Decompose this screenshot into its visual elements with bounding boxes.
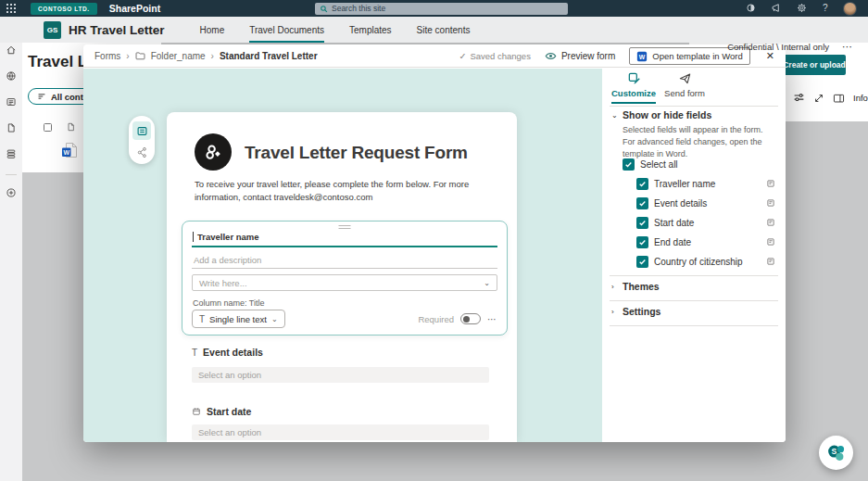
view-filter-icon	[37, 92, 46, 101]
waffle-icon[interactable]	[6, 4, 16, 13]
field-label-underline	[192, 246, 497, 247]
form-logo[interactable]	[195, 133, 232, 171]
tab-customize[interactable]: Customize	[611, 71, 656, 98]
start-date-select[interactable]: Select an option	[192, 424, 489, 440]
editor-tool-pill	[129, 116, 155, 164]
eye-icon	[545, 51, 557, 61]
chevron-down-icon: ⌄	[484, 279, 490, 287]
chevron-right-icon[interactable]: ›	[611, 308, 614, 316]
field-more-icon[interactable]: ⋯	[487, 314, 497, 324]
answer-preview-input[interactable]: Write here... ⌄	[192, 274, 497, 291]
megaphone-icon[interactable]	[771, 3, 781, 13]
header-more-icon[interactable]: ⋯	[842, 41, 853, 53]
site-logo[interactable]: GS	[44, 21, 61, 39]
sensitivity-label[interactable]: Confidential \ Internal only	[727, 42, 829, 52]
breadcrumb: Forms › Folder_name › Standard Travel Le…	[94, 51, 318, 61]
text-type-icon: T	[192, 348, 197, 358]
gear-icon[interactable]	[797, 3, 807, 13]
breadcrumb-separator-icon: ›	[211, 51, 214, 61]
document-icon[interactable]	[6, 122, 17, 133]
edit-column-icon[interactable]	[766, 179, 775, 188]
chevron-down-icon: ⌄	[271, 315, 278, 323]
field-checkbox-country-of-citizenship[interactable]: Country of citizenship	[636, 256, 743, 268]
field-checkbox-traveller-name[interactable]: Traveller name	[636, 178, 715, 190]
field-row-event-details[interactable]: T Event details	[192, 347, 263, 358]
chevron-right-icon[interactable]: ›	[611, 283, 614, 291]
workflow-tool-button[interactable]	[136, 146, 148, 158]
breadcrumb-forms[interactable]: Forms	[94, 51, 120, 61]
field-row-start-date[interactable]: Start date	[192, 406, 251, 417]
select-all-checkbox[interactable]: Select all	[623, 158, 678, 171]
org-button[interactable]: CONTOSO LTD.	[31, 3, 97, 15]
edit-column-icon[interactable]	[766, 257, 775, 266]
field-checkbox-start-date[interactable]: Start date	[636, 217, 694, 229]
add-circle-icon[interactable]	[6, 187, 17, 198]
help-icon[interactable]: ?	[823, 3, 828, 13]
column-name-label: Column name: Title	[193, 298, 265, 308]
app-name[interactable]: SharePoint	[109, 3, 160, 14]
field-checkbox-event-details[interactable]: Event details	[636, 197, 707, 209]
nav-item-travel-documents[interactable]: Travel Documents	[249, 17, 324, 43]
saved-status: ✓ Saved changes	[459, 51, 530, 61]
themes-section[interactable]: Themes	[623, 281, 660, 292]
breadcrumb-separator-icon: ›	[126, 51, 129, 61]
sharepoint-form-editor-screen: CONTOSO LTD. SharePoint ? GS HR Travel L…	[0, 0, 868, 481]
m365-circle-icon[interactable]	[746, 3, 756, 13]
news-icon[interactable]	[6, 96, 17, 108]
required-label: Required	[418, 314, 454, 324]
folder-icon	[135, 51, 145, 60]
check-icon: ✓	[459, 51, 466, 61]
svg-text:W: W	[639, 53, 646, 59]
modal-body: Travel Letter Request Form To receive yo…	[83, 69, 786, 442]
word-icon: W	[636, 51, 648, 62]
text-type-icon: T	[199, 314, 205, 324]
site-title[interactable]: HR Travel Letter	[69, 23, 165, 37]
form-description: To receive your travel letter, please co…	[195, 178, 511, 205]
word-document-row-icon[interactable]: W	[60, 141, 79, 159]
breadcrumb-folder[interactable]: Folder_name	[151, 51, 206, 61]
field-description-input[interactable]: Add a description	[194, 255, 261, 265]
send-icon	[678, 71, 692, 85]
form-fields-tool-button[interactable]	[132, 121, 151, 140]
filters-icon[interactable]	[793, 92, 805, 104]
show-hide-fields-description: Selected fields will appear in the form.…	[623, 124, 766, 160]
required-toggle[interactable]	[460, 313, 481, 324]
settings-section[interactable]: Settings	[623, 306, 660, 317]
field-label-input[interactable]: Traveller name	[193, 232, 259, 242]
app-rail	[0, 17, 22, 481]
tab-send-form[interactable]: Send form	[663, 71, 706, 98]
modal-header: Forms › Folder_name › Standard Travel Le…	[83, 44, 786, 68]
lists-icon[interactable]	[6, 148, 17, 159]
sharepoint-fab-button[interactable]: S	[819, 436, 853, 470]
file-type-column-icon[interactable]	[66, 121, 76, 133]
select-all-rows-checkbox[interactable]	[44, 123, 52, 132]
search-input[interactable]	[332, 4, 563, 13]
form-editor-modal: Forms › Folder_name › Standard Travel Le…	[83, 44, 786, 442]
globe-icon[interactable]	[6, 70, 17, 82]
field-editor-card[interactable]: Traveller name Add a description Write h…	[182, 221, 508, 335]
form-canvas: Travel Letter Request Form To receive yo…	[167, 112, 517, 442]
field-type-dropdown[interactable]: T Single line text ⌄	[192, 310, 285, 328]
preview-form-button[interactable]: Preview form	[545, 51, 615, 61]
site-nav: Home Travel Documents Templates Site con…	[200, 17, 471, 43]
nav-item-site-contents[interactable]: Site contents	[417, 17, 471, 43]
info-button-label[interactable]: Info	[853, 93, 868, 103]
customize-icon	[627, 71, 641, 85]
info-panel-icon[interactable]	[833, 93, 845, 104]
breadcrumb-current: Standard Travel Letter	[220, 51, 318, 61]
edit-column-icon[interactable]	[766, 198, 775, 208]
nav-item-templates[interactable]: Templates	[349, 17, 392, 43]
drag-handle[interactable]	[339, 225, 351, 231]
fullscreen-expand-icon[interactable]	[813, 93, 824, 104]
library-command-icons: Info	[793, 92, 868, 104]
show-hide-fields-title[interactable]: Show or hide fields	[623, 109, 711, 120]
edit-column-icon[interactable]	[766, 218, 775, 227]
site-search[interactable]	[315, 3, 568, 15]
avatar[interactable]	[843, 2, 857, 16]
home-icon[interactable]	[6, 44, 17, 56]
event-details-select[interactable]: Select an option	[192, 367, 489, 383]
edit-column-icon[interactable]	[766, 237, 775, 247]
field-checkbox-end-date[interactable]: End date	[636, 236, 691, 248]
chevron-down-icon[interactable]: ⌄	[611, 111, 618, 120]
nav-item-home[interactable]: Home	[200, 17, 225, 43]
